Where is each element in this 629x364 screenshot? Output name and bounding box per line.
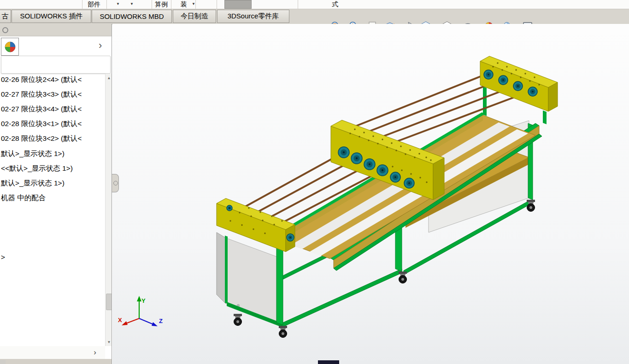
commandmanager-tab-bar: 古 SOLIDWORKS 插件 SOLIDWORKS MBD 今日制造 3DSo…	[0, 9, 629, 24]
bolt-hole	[515, 69, 517, 70]
caster-plate	[234, 314, 242, 316]
tab-3dsource-library[interactable]: 3DSource零件库	[217, 10, 289, 23]
model-3d-machine[interactable]	[112, 24, 629, 364]
bolt-hole	[250, 215, 252, 217]
tree-item[interactable]: 机器 中的配合	[1, 193, 46, 203]
status-bar-fragment	[318, 360, 339, 364]
bolt-hole	[262, 220, 263, 221]
tab-today-manufacturing[interactable]: 今日制造	[173, 10, 216, 23]
bearing-hub-center	[517, 85, 519, 87]
tab-partial[interactable]: 古	[0, 10, 11, 23]
tab-solidworks-addins[interactable]: SOLIDWORKS 插件	[12, 10, 91, 23]
scroll-down-button[interactable]: ▼	[106, 338, 112, 346]
toolbar-separator	[82, 0, 82, 9]
toolbar-item-study[interactable]: 算例	[155, 0, 168, 9]
scroll-right-button[interactable]: ›	[90, 347, 100, 358]
bolt-hole	[430, 159, 431, 161]
bolt-hole	[386, 146, 388, 148]
featuremanager-tree-tab[interactable]	[1, 38, 19, 56]
dropdown-caret-icon[interactable]: ▼	[192, 2, 195, 6]
bolt-hole	[259, 211, 261, 213]
caster-hub	[282, 332, 284, 335]
bolt-hole	[382, 139, 383, 140]
toolbar-separator	[217, 0, 217, 9]
bolt-hole	[372, 135, 374, 137]
bolt-hole	[264, 232, 265, 234]
scrollbar-thumb[interactable]	[106, 294, 112, 310]
bearing-hub-center	[488, 74, 489, 75]
pressed-toolbar-button[interactable]	[224, 0, 252, 9]
bolt-hole	[511, 73, 512, 74]
bolt-hole	[501, 69, 503, 70]
bolt-hole	[426, 181, 427, 183]
bearing-hub-center	[369, 163, 370, 165]
tree-more-indicator[interactable]: >	[1, 253, 5, 261]
caster-hub	[236, 320, 239, 323]
bolt-hole	[409, 149, 411, 150]
bolt-hole	[368, 139, 369, 141]
tree-item[interactable]: 02-28 限位块3<1> (默认<	[1, 119, 82, 129]
bolt-hole	[349, 133, 351, 134]
tree-vertical-scrollbar[interactable]: ▲ ▼	[105, 74, 112, 346]
bolt-hole	[400, 145, 401, 147]
toolbar-item-assembly[interactable]: 装	[181, 0, 187, 9]
triad-z-label: Z	[159, 318, 163, 324]
bolt-hole	[414, 156, 415, 158]
splitter-dot-icon	[113, 181, 118, 185]
toolbar-item-style[interactable]: 式	[332, 0, 338, 9]
bolt-hole	[401, 169, 402, 171]
caster-plate	[279, 326, 287, 328]
bolt-hole	[271, 215, 272, 217]
bearing-hub-center	[394, 176, 396, 178]
toolbar-item-components[interactable]: 部件	[88, 0, 100, 9]
bearing-hub-center	[382, 169, 383, 171]
tree-horizontal-scrollbar[interactable]: ›	[0, 346, 105, 359]
panel-bottom-strip	[0, 359, 112, 364]
bolt-hole	[363, 132, 364, 133]
bearing-hub-center	[408, 182, 410, 184]
tree-item[interactable]: 默认>_显示状态 1>)	[1, 149, 65, 159]
bolt-hole	[248, 207, 249, 208]
triad-x-label: X	[118, 317, 122, 324]
bolt-hole	[281, 220, 282, 221]
panel-splitter-handle[interactable]	[112, 174, 119, 192]
tab-solidworks-mbd[interactable]: SOLIDWORKS MBD	[92, 10, 172, 23]
bolt-hole	[497, 62, 498, 64]
bolt-hole	[538, 84, 540, 85]
bolt-hole	[529, 80, 530, 81]
bolt-hole	[405, 153, 406, 155]
caster-plate	[399, 272, 407, 274]
caster-hub	[401, 278, 404, 281]
toolbar-separator	[152, 0, 152, 9]
bolt-hole	[520, 76, 521, 78]
tree-item[interactable]: 02-28 限位块3<2> (默认<	[1, 134, 82, 144]
bolt-hole	[395, 150, 397, 151]
bearing-hub-center	[532, 91, 534, 92]
bearing-hub-center	[343, 151, 345, 153]
bolt-hole	[506, 66, 507, 67]
bolt-hole	[410, 173, 411, 174]
panel-top-bar	[0, 24, 112, 36]
tree-item[interactable]: 02-27 限位块3<4> (默认<	[1, 104, 82, 114]
toolbar-separator	[195, 0, 196, 9]
tree-item[interactable]: <<默认>_显示状态 1>)	[1, 164, 73, 173]
pin-icon[interactable]	[2, 27, 8, 33]
scroll-up-button[interactable]: ▲	[106, 74, 112, 82]
dropdown-caret-icon[interactable]: ▼	[116, 2, 120, 6]
panel-flyout-arrow[interactable]: ›	[99, 40, 102, 52]
tree-filter-box[interactable]	[1, 56, 111, 74]
tree-item[interactable]: 默认>_显示状态 1>)	[1, 179, 65, 188]
bearing-hub-center	[290, 237, 291, 238]
bolt-hole	[391, 142, 392, 144]
tree-item[interactable]: 02-27 限位块3<3> (默认<	[1, 90, 82, 99]
bolt-hole	[229, 220, 231, 221]
dropdown-caret-icon[interactable]: ▼	[130, 2, 134, 6]
bolt-hole	[241, 224, 242, 225]
toolbar-separator	[106, 0, 107, 9]
tree-item[interactable]: 02-26 限位块2<4> (默认<	[1, 75, 82, 85]
bolt-hole	[418, 153, 420, 154]
graphics-viewport[interactable]: Y X Z	[112, 24, 629, 364]
bolt-hole	[239, 212, 240, 213]
bearing-hub-center	[502, 79, 504, 81]
bearing-hub-center	[356, 157, 358, 159]
